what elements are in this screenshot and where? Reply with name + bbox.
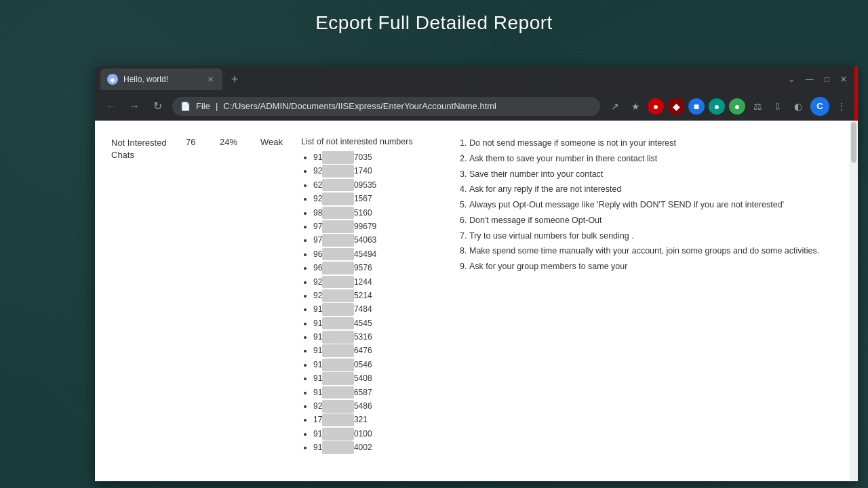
tip-item-6: Don't message if someone Opt-Out	[469, 214, 829, 227]
list-item: 96●●●●●●●9576	[313, 261, 446, 274]
share-icon[interactable]: ↗	[607, 98, 623, 115]
record-icon[interactable]: ●	[648, 98, 664, 115]
list-item: 62●●●●●●●09535	[313, 178, 446, 192]
list-item: 92●●●●●●●1567	[313, 192, 446, 205]
tips-list: Do not send message if someone is not in…	[457, 137, 829, 273]
list-item: 92●●●●●●●1740	[313, 164, 446, 178]
green-icon[interactable]: ●	[729, 98, 745, 115]
back-button[interactable]: ←	[103, 100, 119, 113]
number-list: 91●●●●●●●7035 92●●●●●●●1740 62●●●●●●●095…	[301, 150, 446, 455]
tip-item-5: Always put Opt-Out message like 'Reply w…	[469, 199, 829, 211]
percent-value: 24%	[220, 137, 237, 147]
count-value: 76	[186, 137, 195, 147]
reload-button[interactable]: ↻	[149, 100, 165, 113]
shield-icon[interactable]: ◆	[668, 98, 684, 115]
count-cell: 76	[183, 134, 217, 458]
list-item: 91●●●●●●●5408	[313, 371, 446, 385]
profile-avatar[interactable]: C	[810, 97, 829, 116]
tip-item-9: Ask for your group members to same your	[469, 260, 829, 273]
list-item: 17●●●●●●●321	[313, 413, 446, 426]
tip-item-4: Ask for any reply if the are not interes…	[469, 183, 829, 196]
list-item: 91●●●●●●●0100	[313, 427, 446, 441]
list-item: 92●●●●●●●5214	[313, 289, 446, 302]
browser-titlebar: ◆ Hello, world! ✕ + ⌄ — □ ✕	[95, 66, 858, 92]
tip-item-1: Do not send message if someone is not in…	[469, 137, 829, 150]
list-item: 91●●●●●●●4002	[313, 441, 446, 454]
tab-title: Hello, world!	[123, 75, 199, 84]
extension-icon[interactable]: ●	[709, 98, 725, 115]
list-item: 92●●●●●●●5486	[313, 399, 446, 413]
theme-icon[interactable]: ◐	[790, 98, 806, 115]
address-bar[interactable]: 📄 File | C:/Users/ADMIN/Documents/IISExp…	[172, 97, 600, 116]
close-button[interactable]: ✕	[840, 75, 847, 84]
tab-close-button[interactable]: ✕	[205, 74, 216, 85]
list-item: 91●●●●●●●4545	[313, 317, 446, 330]
list-item: 98●●●●●●●5160	[313, 206, 446, 220]
tip-item-8: Make spend some time manually with your …	[469, 245, 829, 258]
table-row: Not Interested Chats 76 24% Weak List of	[108, 134, 837, 458]
page-title: Ecport Full Detailed Report	[0, 0, 868, 43]
browser-tab[interactable]: ◆ Hello, world! ✕	[100, 68, 222, 90]
percent-cell: 24%	[217, 134, 258, 458]
numbers-header: List of not interested numbers	[301, 137, 446, 146]
menu-icon[interactable]: ⋮	[833, 98, 850, 115]
strength-cell: Weak	[258, 134, 298, 458]
page-background: Ecport Full Detailed Report ◆ Hello, wor…	[0, 0, 868, 43]
url-path: C:/Users/ADMIN/Documents/IISExpress/Ente…	[223, 101, 496, 111]
download-icon[interactable]: ⇩	[770, 98, 786, 115]
report-table: Not Interested Chats 76 24% Weak List of	[108, 134, 837, 458]
tab-favicon: ◆	[107, 74, 118, 85]
list-item: 91●●●●●●●6587	[313, 386, 446, 399]
tabs-dropdown-button[interactable]: ⌄	[788, 75, 795, 84]
list-item: 91●●●●●●●7484	[313, 302, 446, 316]
toolbar-icons: ↗ ★ ● ◆ ■ ● ● ⚖ ⇩ ◐ C ⋮	[607, 97, 850, 116]
category-cell: Not Interested Chats	[108, 134, 183, 458]
list-item: 92●●●●●●●1244	[313, 275, 446, 289]
list-item: 91●●●●●●●7035	[313, 150, 446, 164]
list-item: 91●●●●●●●6476	[313, 344, 446, 357]
url-separator: |	[216, 101, 218, 111]
tip-item-2: Ask them to save your number in there co…	[469, 152, 829, 165]
browser-addressbar: ← → ↻ 📄 File | C:/Users/ADMIN/Documents/…	[95, 92, 858, 121]
browser-window: ◆ Hello, world! ✕ + ⌄ — □ ✕ ← → ↻ 📄 File	[95, 66, 858, 481]
content-area: Not Interested Chats 76 24% Weak List of	[95, 121, 858, 481]
scrollbar[interactable]	[850, 121, 858, 481]
forward-button[interactable]: →	[126, 100, 142, 113]
list-item: 96●●●●●●●45494	[313, 247, 446, 261]
window-controls: ⌄ — □ ✕	[788, 75, 852, 84]
tip-item-7: Try to use virtual numbers for bulk send…	[469, 230, 829, 243]
url-protocol: File	[196, 101, 210, 111]
list-item: 91●●●●●●●5316	[313, 330, 446, 344]
new-tab-button[interactable]: +	[225, 70, 244, 89]
vpn-icon[interactable]: ■	[688, 98, 705, 115]
numbers-cell: List of not interested numbers 91●●●●●●●…	[298, 134, 454, 458]
category-label: Not Interested Chats	[111, 138, 167, 160]
bookmark-icon[interactable]: ★	[627, 98, 644, 115]
minimize-button[interactable]: —	[806, 75, 814, 84]
browser-content: Not Interested Chats 76 24% Weak List of	[95, 121, 858, 481]
scrollbar-thumb[interactable]	[851, 122, 856, 163]
strength-value: Weak	[260, 137, 283, 147]
puzzle-icon[interactable]: ⚖	[749, 98, 766, 115]
list-item: 91●●●●●●●0546	[313, 358, 446, 371]
tip-item-3: Save their number into your contact	[469, 168, 829, 181]
tips-cell: Do not send message if someone is not in…	[454, 134, 837, 458]
list-item: 97●●●●●●●54063	[313, 233, 446, 247]
list-item: 97●●●●●●●99679	[313, 220, 446, 233]
file-icon: 📄	[180, 102, 191, 111]
restore-button[interactable]: □	[825, 75, 829, 84]
